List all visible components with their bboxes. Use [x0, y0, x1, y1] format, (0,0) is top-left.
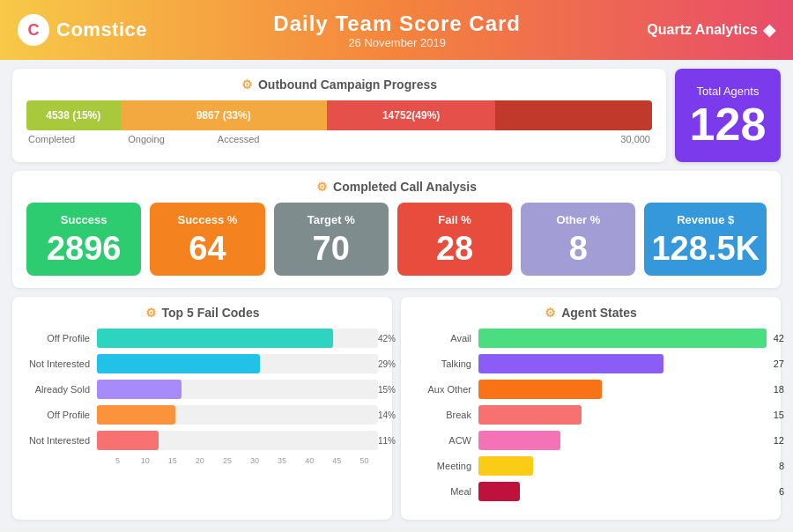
- agent-bar-fill-5: [478, 456, 533, 476]
- metric-card-5: Revenue $ 128.5K: [644, 203, 767, 276]
- fail-codes-title-text: Top 5 Fail Codes: [162, 306, 260, 320]
- agent-bar-fill-4: [478, 431, 560, 450]
- logo-circle: C: [18, 14, 49, 46]
- gear-icon-2: ⚙: [316, 180, 328, 194]
- pb-completed: 4538 (15%): [26, 100, 121, 130]
- fail-bar-row-4: Not Interested 11%: [26, 431, 378, 450]
- logo-icon: C: [28, 21, 40, 40]
- campaign-title: ⚙ Outbound Campaign Progress: [26, 78, 652, 92]
- call-analysis-title: ⚙ Completed Call Analysis: [26, 180, 767, 194]
- x-tick-5: 30: [241, 456, 268, 465]
- fail-bar-pct-3: 14%: [378, 410, 396, 420]
- logo-text: Comstice: [56, 18, 147, 41]
- agent-bar-row-1: Talking 27: [415, 354, 767, 373]
- agent-states-title-text: Agent States: [561, 306, 637, 320]
- metric-card-0: Success 2896: [26, 203, 141, 276]
- agent-bar-container-4: 12: [478, 431, 767, 450]
- agent-label-2: Aux Other: [415, 384, 478, 395]
- call-analysis-title-text: Completed Call Analysis: [333, 180, 477, 194]
- total-agents-label: Total Agents: [697, 85, 760, 98]
- fail-bar-row-1: Not Interested 29%: [26, 354, 378, 373]
- agent-bar-row-0: Avail 42: [415, 329, 767, 348]
- metric-card-4: Other % 8: [521, 203, 635, 276]
- accessed-label: Accessed: [218, 134, 260, 144]
- pb-remainder: [495, 100, 652, 130]
- metric-value-2: 70: [313, 232, 350, 265]
- agent-bar-row-4: ACW 12: [415, 431, 767, 450]
- agent-bar-value-0: 42: [774, 333, 784, 344]
- agent-bar-container-3: 15: [478, 405, 767, 425]
- agent-bar-value-6: 6: [779, 486, 784, 497]
- page-title: Daily Team Score Card: [273, 11, 521, 36]
- fail-bar-fill-2: [97, 380, 182, 399]
- x-tick-7: 40: [296, 456, 323, 465]
- fail-bar-pct-0: 42%: [378, 334, 396, 344]
- agent-bar-fill-2: [478, 380, 602, 399]
- diamond-icon: ◆: [763, 20, 775, 40]
- metric-card-1: Success % 64: [150, 203, 264, 276]
- x-tick-9: 50: [351, 456, 378, 465]
- agent-bar-fill-6: [478, 482, 520, 501]
- total-agents-value: 128: [690, 101, 767, 147]
- gear-icon-3: ⚙: [145, 306, 157, 320]
- progress-bar: 4538 (15%) 9867 (33%) 14752(49%): [26, 100, 652, 130]
- metric-value-4: 8: [569, 232, 588, 265]
- quartz-branding: Quartz Analytics ◆: [647, 20, 775, 40]
- agent-states-panel: ⚙ Agent States Avail 42 Talking 27 Aux O…: [401, 297, 781, 520]
- logo-area: C Comstice: [18, 14, 147, 46]
- fail-bar-container-0: 42%: [97, 329, 378, 348]
- agent-label-1: Talking: [415, 358, 478, 369]
- fail-bar-container-3: 14%: [97, 405, 378, 425]
- metric-label-0: Success: [61, 213, 107, 226]
- agent-bar-value-4: 12: [774, 435, 784, 446]
- agent-label-0: Avail: [415, 333, 478, 344]
- agent-bar-fill-0: [478, 329, 767, 348]
- agent-bar-container-2: 18: [478, 380, 767, 399]
- progress-container: 4538 (15%) 9867 (33%) 14752(49%) Complet…: [26, 100, 652, 144]
- agent-states-chart: Avail 42 Talking 27 Aux Other 18 Break 1…: [415, 329, 767, 501]
- agent-bar-row-6: Meal 6: [415, 482, 767, 501]
- pb-ongoing: 9867 (33%): [121, 100, 327, 130]
- agent-bar-value-1: 27: [774, 358, 784, 369]
- quartz-label: Quartz Analytics: [647, 22, 758, 38]
- fail-bar-fill-1: [97, 354, 260, 373]
- x-tick-6: 35: [269, 456, 296, 465]
- row-call-analysis: ⚙ Completed Call Analysis Success 2896 S…: [12, 171, 781, 288]
- header: C Comstice Daily Team Score Card 26 Nove…: [0, 0, 793, 60]
- x-tick-3: 20: [186, 456, 213, 465]
- metric-value-3: 28: [436, 232, 473, 265]
- x-tick-2: 15: [159, 456, 186, 465]
- ongoing-label: Ongoing: [128, 134, 165, 144]
- campaign-title-text: Outbound Campaign Progress: [258, 78, 437, 92]
- fail-bar-pct-2: 15%: [378, 385, 396, 395]
- x-tick-4: 25: [213, 456, 241, 465]
- agent-states-title: ⚙ Agent States: [415, 306, 767, 320]
- page-date: 26 November 2019: [273, 36, 521, 49]
- fail-bar-row-2: Already Sold 15%: [26, 380, 378, 399]
- agent-label-3: Break: [415, 410, 478, 420]
- agent-bar-row-5: Meeting 8: [415, 456, 767, 476]
- metric-value-5: 128.5K: [651, 232, 760, 265]
- fail-bar-label-4: Not Interested: [26, 435, 97, 446]
- fail-bar-fill-4: [97, 431, 159, 450]
- total-agents-box: Total Agents 128: [675, 69, 781, 162]
- fail-bar-container-2: 15%: [97, 380, 378, 399]
- metric-label-3: Fail %: [438, 213, 471, 226]
- agent-label-5: Meeting: [415, 461, 478, 471]
- x-tick-1: 10: [131, 456, 159, 465]
- fail-bar-container-4: 11%: [97, 431, 378, 450]
- gear-icon-4: ⚙: [545, 306, 556, 320]
- x-tick-0: 5: [104, 456, 131, 465]
- agent-bar-fill-3: [478, 405, 582, 425]
- campaign-panel: ⚙ Outbound Campaign Progress 4538 (15%) …: [12, 69, 666, 162]
- total-label: 30,000: [620, 134, 650, 144]
- x-axis: 5101520253035404550: [104, 456, 378, 465]
- agent-bar-fill-1: [478, 354, 663, 373]
- fail-bar-label-0: Off Profile: [26, 333, 97, 344]
- metric-label-1: Success %: [177, 213, 237, 226]
- fail-bar-pct-1: 29%: [378, 359, 396, 369]
- agent-label-6: Meal: [415, 486, 478, 497]
- metric-label-4: Other %: [556, 213, 600, 226]
- call-analysis-panel: ⚙ Completed Call Analysis Success 2896 S…: [12, 171, 781, 288]
- header-center: Daily Team Score Card 26 November 2019: [273, 11, 521, 49]
